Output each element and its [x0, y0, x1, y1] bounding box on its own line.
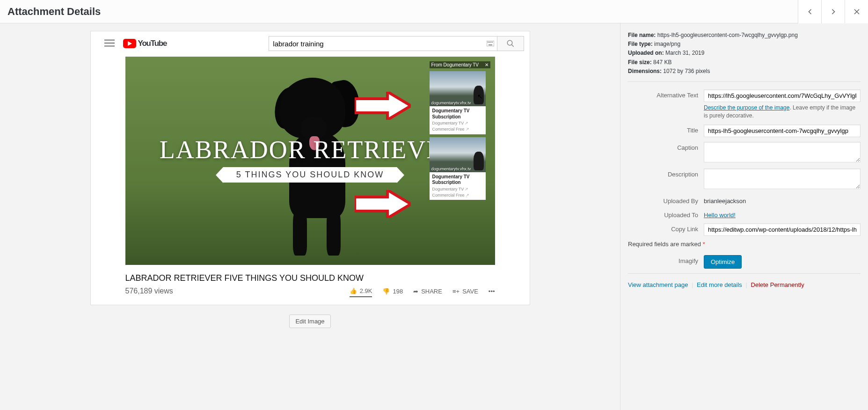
uploaded-by-value: brianleejackson — [704, 195, 861, 205]
thumbs-down-icon: 👎 — [382, 288, 390, 295]
alt-text-help-link[interactable]: Describe the purpose of the image — [704, 104, 789, 111]
edit-image-button[interactable]: Edit Image — [289, 315, 330, 328]
svg-rect-9 — [492, 42, 493, 43]
caption-textarea[interactable] — [704, 142, 861, 162]
imagify-label: Imagify — [628, 255, 704, 264]
save-button: ≡+SAVE — [452, 288, 478, 295]
title-label: Title — [628, 124, 704, 134]
copy-link-input[interactable] — [704, 223, 861, 236]
file-name-value: https-lh5-googleusercontent-com-7wcgqlhy… — [657, 32, 798, 38]
arrow-icon — [355, 92, 411, 120]
endscreen-card: dogumentarytv.vhx.tv Dogumentary TV Subs… — [430, 137, 486, 200]
svg-rect-5 — [487, 41, 494, 46]
youtube-logo: YouTube — [123, 39, 167, 48]
youtube-player-thumbnail: LABRADOR RETRIEVER 5 THINGS YOU SHOULD K… — [125, 57, 495, 265]
delete-permanently-link[interactable]: Delete Permanently — [751, 281, 804, 288]
modal-header: Attachment Details — [0, 0, 868, 23]
svg-rect-10 — [489, 44, 492, 45]
svg-rect-2 — [104, 39, 115, 40]
svg-rect-7 — [489, 42, 490, 43]
endscreen-card: dogumentarytv.vhx.tv Dogumentary TV Subs… — [430, 71, 486, 134]
attachment-image: YouTube — [90, 31, 530, 305]
copy-link-label: Copy Link — [628, 223, 704, 233]
close-icon: ✕ — [485, 62, 489, 67]
description-textarea[interactable] — [704, 168, 861, 189]
next-button[interactable] — [821, 0, 845, 23]
uploaded-to-link[interactable]: Hello world! — [704, 212, 736, 219]
svg-rect-4 — [104, 45, 115, 46]
edit-more-details-link[interactable]: Edit more details — [697, 281, 742, 288]
close-button[interactable] — [845, 0, 868, 23]
uploaded-on-value: March 31, 2019 — [665, 50, 704, 56]
svg-point-11 — [508, 40, 513, 45]
arrow-icon — [355, 190, 411, 218]
required-fields-note: Required fields are marked * — [628, 241, 861, 248]
file-size-value: 847 KB — [653, 59, 671, 66]
dimensions-value: 1072 by 736 pixels — [663, 68, 710, 74]
svg-rect-3 — [104, 43, 115, 44]
uploaded-to-label: Uploaded To — [628, 209, 704, 219]
modal-title: Attachment Details — [7, 0, 101, 23]
alt-text-label: Alternative Text — [628, 89, 704, 99]
svg-line-12 — [512, 44, 514, 47]
youtube-play-icon — [123, 39, 136, 48]
optimize-button[interactable]: Optimize — [704, 255, 742, 269]
overlay-subtitle: 5 THINGS YOU SHOULD KNOW — [223, 167, 397, 183]
uploaded-by-label: Uploaded By — [628, 195, 704, 205]
svg-rect-6 — [488, 42, 489, 43]
search-icon — [497, 36, 524, 51]
file-type-value: image/png — [654, 41, 680, 47]
hamburger-icon — [104, 38, 115, 50]
attachment-preview-pane: YouTube — [0, 23, 620, 410]
attachment-details-sidebar: File name: https-lh5-googleusercontent-c… — [620, 23, 868, 410]
youtube-views: 576,189 views — [125, 287, 173, 295]
keyboard-icon — [484, 36, 497, 51]
share-icon: ➦ — [413, 288, 418, 295]
youtube-video-title: LABRADOR RETRIEVER FIVE THINGS YOU SHOUL… — [125, 273, 495, 283]
description-label: Description — [628, 168, 704, 178]
alt-text-input[interactable] — [704, 89, 861, 102]
dislike-button: 👎198 — [382, 288, 403, 295]
playlist-add-icon: ≡+ — [452, 288, 460, 295]
prev-button[interactable] — [798, 0, 821, 23]
svg-rect-8 — [490, 42, 491, 43]
view-attachment-page-link[interactable]: View attachment page — [628, 281, 688, 288]
caption-label: Caption — [628, 142, 704, 151]
svg-marker-14 — [355, 190, 411, 218]
title-input[interactable] — [704, 124, 861, 137]
more-icon: ••• — [489, 288, 495, 295]
endscreen-from-label: From Dogumentary TV — [431, 62, 479, 67]
youtube-search-input — [269, 36, 484, 51]
share-button: ➦SHARE — [413, 288, 442, 295]
svg-marker-13 — [355, 92, 411, 120]
like-button: 👍2.9K — [350, 287, 372, 297]
thumbs-up-icon: 👍 — [350, 287, 357, 294]
